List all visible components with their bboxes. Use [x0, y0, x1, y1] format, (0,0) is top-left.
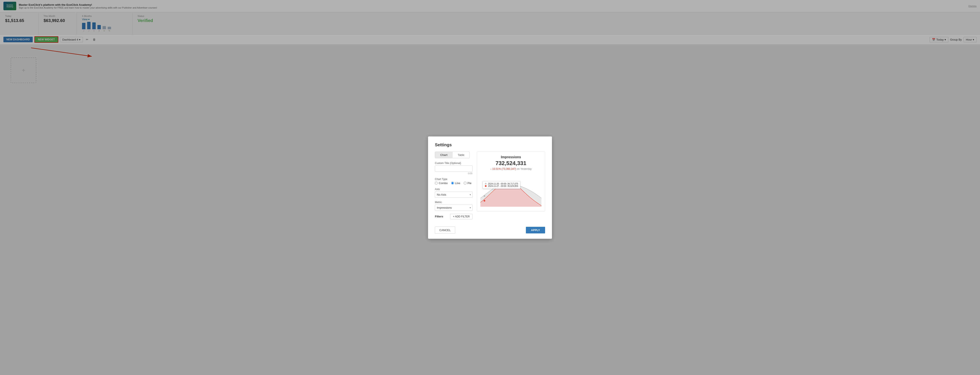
modal-overlay: Settings Chart Table Custom Title (Optio…	[0, 0, 980, 119]
